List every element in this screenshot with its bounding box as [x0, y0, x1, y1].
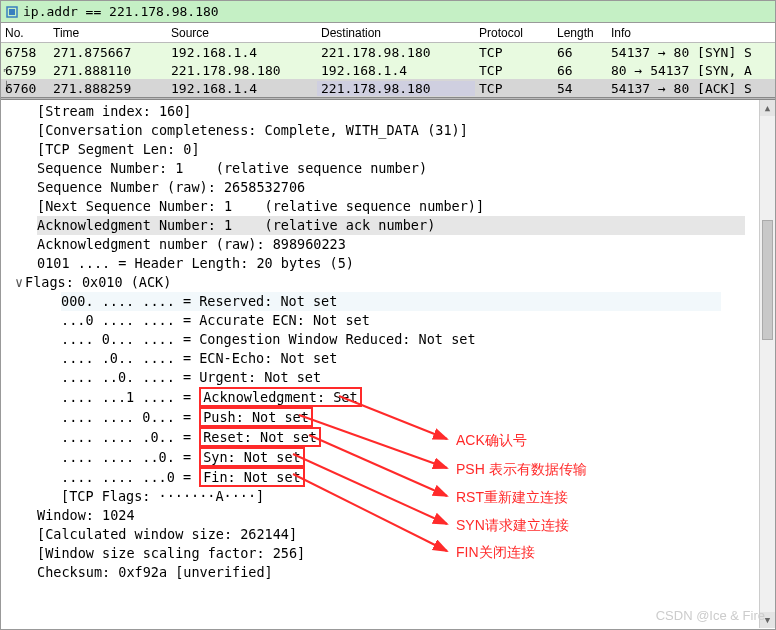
scroll-thumb[interactable]	[762, 220, 773, 340]
packet-row[interactable]: 6758 271.875667 192.168.1.4 221.178.98.1…	[1, 43, 775, 61]
detail-calc-window[interactable]: [Calculated window size: 262144]	[7, 525, 775, 544]
detail-checksum[interactable]: Checksum: 0xf92a [unverified]	[7, 563, 775, 582]
detail-flag-reserved[interactable]: 000. .... .... = Reserved: Not set	[7, 292, 775, 311]
col-no[interactable]: No.	[1, 26, 49, 40]
bookmark-icon	[5, 5, 19, 19]
detail-flag-syn[interactable]: .... .... ..0. = Syn: Not set	[7, 447, 775, 467]
display-filter-bar[interactable]: ip.addr == 221.178.98.180	[1, 1, 775, 23]
chevron-down-icon[interactable]: ∨	[15, 273, 25, 292]
detail-flag-cwr[interactable]: .... 0... .... = Congestion Window Reduc…	[7, 330, 775, 349]
col-dest[interactable]: Destination	[317, 26, 475, 40]
col-length[interactable]: Length	[553, 26, 607, 40]
related-packet-marker: └	[3, 81, 10, 93]
detail-flag-urg[interactable]: .... ..0. .... = Urgent: Not set	[7, 368, 775, 387]
packet-details-pane: [Stream index: 160] [Conversation comple…	[1, 100, 775, 628]
detail-next-seq[interactable]: [Next Sequence Number: 1 (relative seque…	[7, 197, 775, 216]
detail-ack-raw[interactable]: Acknowledgment number (raw): 898960223	[7, 235, 775, 254]
packet-list: ⌐ └ 6758 271.875667 192.168.1.4 221.178.…	[1, 43, 775, 97]
svg-rect-1	[9, 9, 15, 15]
detail-stream-index[interactable]: [Stream index: 160]	[7, 102, 775, 121]
detail-seq[interactable]: Sequence Number: 1 (relative sequence nu…	[7, 159, 775, 178]
highlight-box-ack: Acknowledgment: Set	[199, 387, 361, 407]
scroll-up-button[interactable]: ▲	[760, 100, 775, 116]
highlight-box-syn: Syn: Not set	[199, 447, 305, 467]
packet-list-header: No. Time Source Destination Protocol Len…	[1, 23, 775, 43]
detail-header-length[interactable]: 0101 .... = Header Length: 20 bytes (5)	[7, 254, 775, 273]
watermark: CSDN @Ice & Fire	[656, 608, 765, 623]
col-proto[interactable]: Protocol	[475, 26, 553, 40]
packet-row[interactable]: 6759 271.888110 221.178.98.180 192.168.1…	[1, 61, 775, 79]
detail-scaling[interactable]: [Window size scaling factor: 256]	[7, 544, 775, 563]
col-info[interactable]: Info	[607, 26, 775, 40]
detail-flag-ece[interactable]: .... .0.. .... = ECN-Echo: Not set	[7, 349, 775, 368]
highlight-box-reset: Reset: Not set	[199, 427, 321, 447]
detail-window[interactable]: Window: 1024	[7, 506, 775, 525]
detail-flag-fin[interactable]: .... .... ...0 = Fin: Not set	[7, 467, 775, 487]
detail-flag-push[interactable]: .... .... 0... = Push: Not set	[7, 407, 775, 427]
col-source[interactable]: Source	[167, 26, 317, 40]
highlight-box-push: Push: Not set	[199, 407, 313, 427]
display-filter-text[interactable]: ip.addr == 221.178.98.180	[23, 4, 219, 19]
detail-seg-len[interactable]: [TCP Segment Len: 0]	[7, 140, 775, 159]
detail-flag-aecn[interactable]: ...0 .... .... = Accurate ECN: Not set	[7, 311, 775, 330]
packet-row-selected[interactable]: 6760 271.888259 192.168.1.4 221.178.98.1…	[1, 79, 775, 97]
detail-seq-raw[interactable]: Sequence Number (raw): 2658532706	[7, 178, 775, 197]
detail-flag-reset[interactable]: .... .... .0.. = Reset: Not set	[7, 427, 775, 447]
detail-tcp-flags-str[interactable]: [TCP Flags: ·······A····]	[7, 487, 775, 506]
col-time[interactable]: Time	[49, 26, 167, 40]
highlight-box-fin: Fin: Not set	[199, 467, 305, 487]
detail-flags[interactable]: ∨Flags: 0x010 (ACK)	[7, 273, 775, 292]
detail-conv-complete[interactable]: [Conversation completeness: Complete, WI…	[7, 121, 775, 140]
detail-flag-ack[interactable]: .... ...1 .... = Acknowledgment: Set	[7, 387, 775, 407]
detail-ack-num[interactable]: Acknowledgment Number: 1 (relative ack n…	[7, 216, 775, 235]
related-packet-marker: ⌐	[3, 64, 10, 76]
details-scrollbar[interactable]: ▲ ▼	[759, 100, 775, 628]
